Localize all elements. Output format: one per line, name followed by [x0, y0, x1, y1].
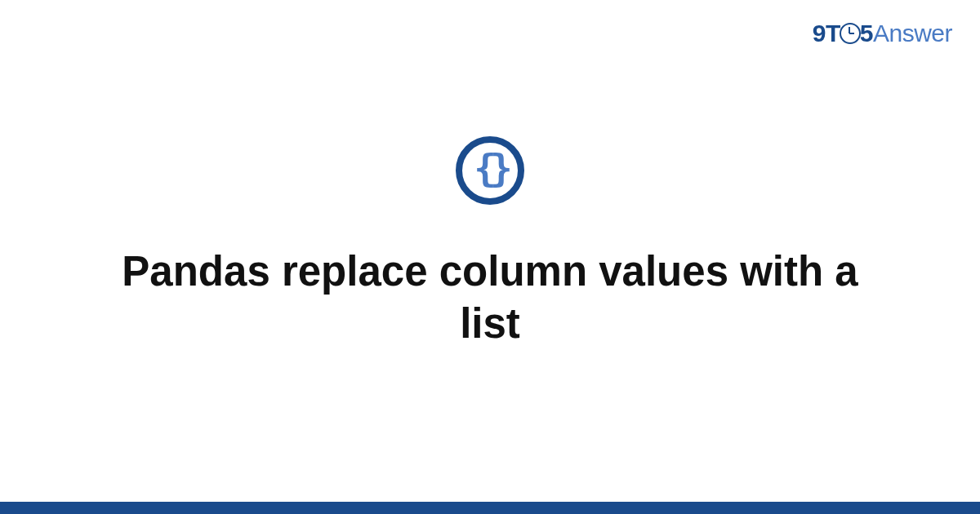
- braces-glyph: {}: [474, 149, 506, 187]
- content-wrapper: {} Pandas replace column values with a l…: [0, 0, 980, 502]
- code-braces-icon: {}: [456, 136, 524, 205]
- footer-bar: [0, 502, 980, 514]
- page-title: Pandas replace column values with a list: [98, 246, 882, 350]
